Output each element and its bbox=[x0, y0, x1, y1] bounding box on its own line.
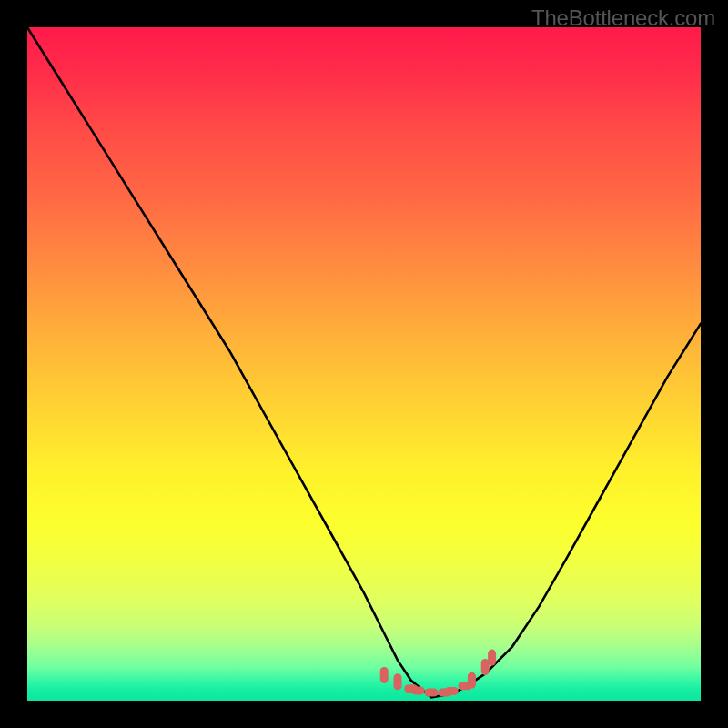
trough-marker bbox=[488, 650, 496, 666]
trough-marker bbox=[468, 672, 476, 689]
watermark-text: TheBottleneck.com bbox=[531, 5, 715, 31]
plot-area bbox=[27, 27, 701, 701]
trough-marker bbox=[445, 687, 459, 695]
trough-marker bbox=[425, 689, 439, 697]
trough-marker bbox=[394, 673, 402, 690]
chart-svg bbox=[27, 27, 701, 701]
curve-line bbox=[27, 27, 701, 697]
trough-markers-group bbox=[380, 650, 496, 697]
trough-marker bbox=[411, 686, 425, 694]
trough-marker bbox=[380, 667, 389, 683]
